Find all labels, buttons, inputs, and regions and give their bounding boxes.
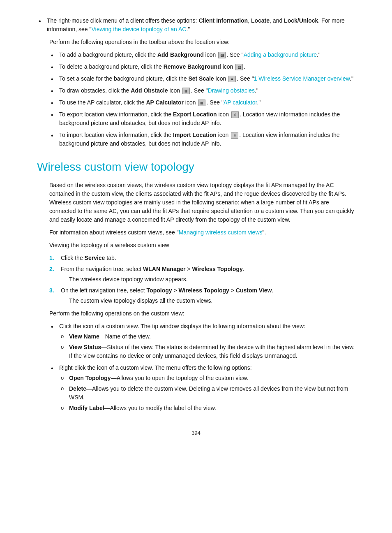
op-item-2: To delete a background picture, click th… <box>49 63 355 71</box>
custom-ops-list: Click the icon of a custom view. The tip… <box>37 322 355 412</box>
op-text-2: To delete a background picture, click th… <box>59 63 245 70</box>
add-background-icon: 🖼 <box>218 52 226 58</box>
link-drawing-obstacles[interactable]: Drawing obstacles <box>208 87 255 94</box>
link-topology-ac[interactable]: Viewing the device topology of an AC <box>91 26 186 32</box>
step-1-num: 1. <box>49 254 54 262</box>
step-1-text: Click the Service tab. <box>61 255 116 261</box>
section-heading-wireless: Wireless custom view topology <box>37 160 355 174</box>
step-2-num: 2. <box>49 265 54 273</box>
step-2-text: From the navigation tree, select WLAN Ma… <box>61 266 244 272</box>
remove-background-icon: 🖼 <box>235 64 243 70</box>
custom-op-1: Click the icon of a custom view. The tip… <box>49 322 355 360</box>
wireless-paragraph-2: For information about wireless custom vi… <box>37 228 355 237</box>
bullet-item-1: The right-mouse click menu of a client o… <box>37 16 355 34</box>
step-3-num: 3. <box>49 286 54 295</box>
bullet-text-1: The right-mouse click menu of a client o… <box>47 17 345 32</box>
viewing-topology-text: Viewing the topology of a wireless custo… <box>37 241 355 250</box>
steps-list: 1. Click the Service tab. 2. From the na… <box>37 254 355 305</box>
top-bullets: The right-mouse click menu of a client o… <box>37 16 355 34</box>
custom-op-1-sub-1: View Name—Name of the view. <box>59 332 355 341</box>
step-3: 3. On the left navigation tree, select T… <box>49 286 355 305</box>
step-3-sub: The custom view topology displays all th… <box>61 297 355 305</box>
op-text-1: To add a background picture, click the A… <box>59 51 321 58</box>
step-3-text: On the left navigation tree, select Topo… <box>61 287 273 294</box>
custom-op-1-sub-2: View Status—Status of the view. The stat… <box>59 343 355 360</box>
custom-op-2-text: Right-click the icon of a custom view. T… <box>59 364 252 371</box>
step-1: 1. Click the Service tab. <box>49 254 355 262</box>
step-2-sub: The wireless device topology window appe… <box>61 275 355 284</box>
custom-op-1-text: Click the icon of a custom view. The tip… <box>59 323 305 329</box>
op-text-5: To use the AP calculator, click the AP C… <box>59 99 261 106</box>
op-text-7: To import location view information, cli… <box>59 132 340 147</box>
op-item-7: To import location view information, cli… <box>49 131 355 148</box>
perform-text: Perform the following operations in the … <box>37 38 355 46</box>
custom-op-1-subitems: View Name—Name of the view. View Status—… <box>59 332 355 360</box>
perform-custom-text: Perform the following operations on the … <box>37 309 355 318</box>
op-item-6: To export location view information, cli… <box>49 110 355 127</box>
op-text-4: To draw obstacles, click the Add Obstacl… <box>59 87 258 94</box>
op-item-4: To draw obstacles, click the Add Obstacl… <box>49 86 355 95</box>
step-2: 2. From the navigation tree, select WLAN… <box>49 265 355 284</box>
op-text-3: To set a scale for the background pictur… <box>59 75 353 82</box>
custom-op-2-subitems: Open Topology—Allows you to open the top… <box>59 374 355 412</box>
custom-op-2: Right-click the icon of a custom view. T… <box>49 364 355 412</box>
op-text-6: To export location view information, cli… <box>59 111 340 126</box>
link-managing-custom-views[interactable]: Managing wireless custom views <box>179 229 263 236</box>
custom-op-2-sub-1: Open Topology—Allows you to open the top… <box>59 374 355 382</box>
op-item-3: To set a scale for the background pictur… <box>49 74 355 83</box>
wireless-paragraph-1: Based on the wireless custom views, the … <box>37 181 355 224</box>
link-add-bg[interactable]: Adding a background picture <box>244 51 317 58</box>
op-item-1: To add a background picture, click the A… <box>49 51 355 59</box>
import-location-icon: ⎘ <box>231 132 238 139</box>
ap-calculator-icon: ▦ <box>198 100 205 106</box>
page-number: 394 <box>37 429 355 437</box>
custom-op-2-sub-2: Delete—Allows you to delete the custom v… <box>59 385 355 402</box>
op-item-5: To use the AP calculator, click the AP C… <box>49 98 355 107</box>
operations-list: To add a background picture, click the A… <box>37 51 355 148</box>
page-container: The right-mouse click menu of a client o… <box>0 0 392 533</box>
custom-op-2-sub-3: Modify Label—Allows you to modify the la… <box>59 404 355 412</box>
set-scale-icon: ■ <box>228 76 236 82</box>
export-location-icon: ⎙ <box>231 111 239 118</box>
add-obstacle-icon: ▦ <box>182 88 190 94</box>
link-wsm-overview[interactable]: 1 Wireless Service Manager overview <box>254 75 350 82</box>
link-ap-calculator[interactable]: AP calculator <box>224 99 257 106</box>
